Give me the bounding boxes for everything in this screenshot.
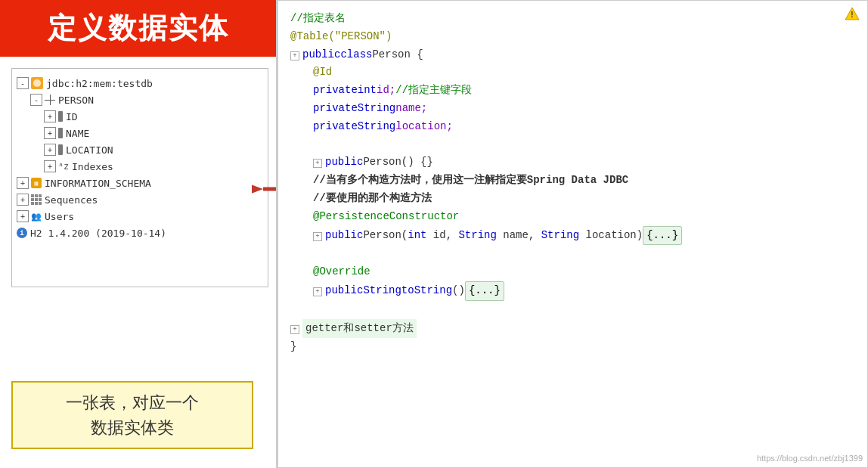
getter-setter-label: getter和setter方法 [302,319,417,339]
person-label: PERSON [58,95,94,106]
tree-item-name[interactable]: + NAME [17,125,263,141]
location-label: LOCATION [66,144,113,156]
warning-icon: ! [845,7,860,20]
indexes-label: Indexes [72,161,113,172]
fold-constructor-main[interactable]: + [313,232,322,241]
code-line-18: + getter和setter方法 [290,319,855,339]
tree-container: - jdbc:h2:mem:testdb - PERSON + ID + NAM… [12,69,268,247]
tree-item-person[interactable]: - PERSON [17,91,263,108]
title-area: 定义数据实体 [0,0,276,57]
tree-item-db[interactable]: - jdbc:h2:mem:testdb [17,75,263,91]
tree-item-indexes[interactable]: + ᵃz Indexes [17,158,263,175]
keyword-string: String [363,282,401,300]
collapsed-body-1: {...} [643,226,682,246]
code-panel: ! //指定表名 @Table("PERSON") + public class… [276,0,868,468]
code-line-12: @PersistenceConstructor [290,208,855,226]
field-name: name; [395,100,427,118]
tree-item-location[interactable]: + LOCATION [17,141,263,158]
keyword-private1: private [313,82,358,100]
info-icon: i [17,228,27,238]
col-icon-name [58,128,63,138]
tree-item-version: i H2 1.4.200 (2019-10-14) [17,225,263,241]
constructor-default: Person() {} [363,153,432,172]
expand-users[interactable]: + [17,210,29,222]
warning-area: ! [845,7,860,23]
users-label: Users [45,211,74,222]
db-label: jdbc:h2:mem:testdb [46,78,153,89]
class-name: Person { [372,46,423,64]
annotation-persistence: @PersistenceConstructor [313,208,459,226]
code-line-10: //当有多个构造方法时，使用这一注解指定要Spring Data JDBC [290,172,855,190]
schema-icon: ▦ [31,178,42,188]
tree-panel: - jdbc:h2:mem:testdb - PERSON + ID + NAM… [11,68,268,287]
sequences-label: Sequences [45,194,98,206]
keyword-public: public [302,46,340,64]
method-tostring-body: () [452,282,465,300]
keyword-public3: public [325,227,363,245]
annotation-id: @Id [313,64,332,82]
db-icon [31,77,43,89]
code-line-1: //指定表名 [290,10,855,28]
annotation-table: @Table("PERSON") [290,28,392,46]
seq-icon [31,194,42,205]
code-line-9: + public Person() {} [290,153,855,172]
code-line-13: + public Person(int id, String name, Str… [290,226,855,246]
index-icon: ᵃz [58,161,69,172]
fold-getter[interactable]: + [290,325,299,334]
expand-sequences[interactable]: + [17,194,29,206]
expand-person[interactable]: - [30,94,42,106]
field-id: id; [377,82,395,100]
col-icon-id [58,111,63,122]
note-line2: 数据实体类 [91,415,174,440]
collapsed-body-2: {...} [465,281,504,301]
keyword-public4: public [325,282,363,300]
code-line-17 [290,301,855,319]
code-line-6: private String name; [290,100,855,118]
tree-item-users[interactable]: + 👥 Users [17,208,263,225]
name-label: NAME [66,128,89,139]
fold-tostring[interactable]: + [313,287,322,296]
method-tostring: toString [401,282,452,300]
code-line-15: @Override [290,263,855,281]
col-icon-location [58,144,63,155]
comment-pk: //指定主键字段 [395,82,472,100]
comment-tablename: //指定表名 [290,10,346,28]
watermark: https://blog.csdn.net/zbj1399 [757,454,863,463]
note-line1: 一张表，对应一个 [66,390,199,415]
bold-comment-2: //要使用的那个构造方法 [313,190,432,208]
code-line-2: @Table("PERSON") [290,28,855,46]
code-line-5: private int id;//指定主键字段 [290,82,855,100]
expand-infschema[interactable]: + [17,177,29,189]
infschema-label: INFORMATION_SCHEMA [45,178,151,189]
fold-constructor-default[interactable]: + [313,159,322,168]
type-string2: String [358,118,395,136]
svg-text:!: ! [851,11,853,19]
code-body: //指定表名 @Table("PERSON") + public class P… [278,1,867,365]
code-line-7: private String location; [290,118,855,136]
code-line-19: } [290,338,855,356]
note-box: 一张表，对应一个 数据实体类 [11,381,253,449]
expand-db[interactable]: - [17,77,29,89]
field-location: location; [395,118,453,136]
code-line-16: + public String toString() {...} [290,281,855,301]
type-string1: String [358,100,395,118]
expand-location[interactable]: + [44,144,56,156]
page-title: 定义数据实体 [48,9,229,48]
closing-brace: } [290,338,296,356]
fold-class[interactable]: + [290,51,299,60]
code-line-3: + public class Person { [290,46,855,64]
users-icon: 👥 [31,211,42,222]
tree-item-infschema[interactable]: + ▦ INFORMATION_SCHEMA [17,175,263,191]
tree-item-id[interactable]: + ID [17,108,263,125]
code-line-4: @Id [290,64,855,82]
expand-id[interactable]: + [44,110,56,122]
expand-name[interactable]: + [44,127,56,139]
table-icon [45,95,55,105]
tree-item-sequences[interactable]: + Sequences [17,191,263,208]
type-int: int [358,82,377,100]
expand-indexes[interactable]: + [44,160,56,172]
annotation-override: @Override [313,263,370,281]
id-label: ID [66,111,78,122]
constructor-main: Person(int id, String name, String locat… [363,227,643,245]
version-label: H2 1.4.200 (2019-10-14) [30,228,166,239]
